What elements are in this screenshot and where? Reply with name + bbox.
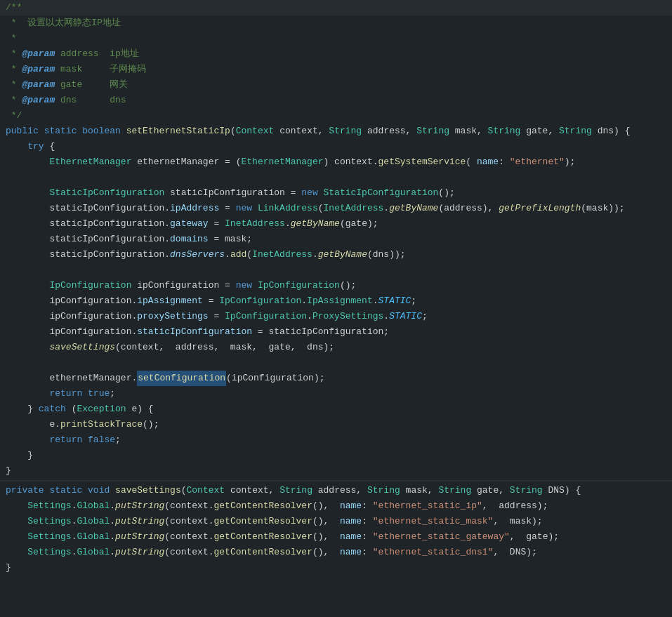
code-line: * @param address ip地址 xyxy=(0,46,672,62)
section-divider xyxy=(0,480,672,482)
code-line: Settings.Global.putString(context.getCon… xyxy=(0,498,672,514)
code-line: /** xyxy=(0,0,672,15)
code-line: e.printStackTrace(); xyxy=(0,417,672,432)
code-line: * @param gate 网关 xyxy=(0,77,672,93)
code-line: */ xyxy=(0,108,672,124)
code-line: private static void saveSettings(Context… xyxy=(0,483,672,498)
code-line: IpConfiguration ipConfiguration = new Ip… xyxy=(0,278,672,293)
code-line xyxy=(0,170,672,185)
code-editor: /** * 设置以太网静态IP地址 * * @param address ip地… xyxy=(0,0,672,576)
code-line: return true; xyxy=(0,386,672,402)
code-line: } xyxy=(0,448,672,463)
code-line: staticIpConfiguration.gateway = InetAddr… xyxy=(0,216,672,232)
code-line: saveSettings(context, address, mask, gat… xyxy=(0,340,672,355)
code-line: ipConfiguration.proxySettings = IpConfig… xyxy=(0,309,672,324)
highlight-setConfiguration: setConfiguration xyxy=(137,371,226,386)
code-line: return false; xyxy=(0,432,672,448)
code-line: EthernetManager ethernetManager = (Ether… xyxy=(0,154,672,170)
code-line: } catch (Exception e) { xyxy=(0,402,672,417)
code-line xyxy=(0,263,672,278)
code-line: ethernetManager.setConfiguration(ipConfi… xyxy=(0,371,672,386)
code-line: * xyxy=(0,31,672,46)
code-line: } xyxy=(0,463,672,479)
code-line: staticIpConfiguration.ipAddress = new Li… xyxy=(0,201,672,216)
code-line: Settings.Global.putString(context.getCon… xyxy=(0,514,672,529)
code-line: Settings.Global.putString(context.getCon… xyxy=(0,545,672,560)
code-line: public static boolean setEthernetStaticI… xyxy=(0,124,672,139)
code-line: ipConfiguration.staticIpConfiguration = … xyxy=(0,324,672,340)
code-line: * @param dns dns xyxy=(0,93,672,108)
code-line: * 设置以太网静态IP地址 xyxy=(0,15,672,31)
code-line: try { xyxy=(0,139,672,154)
code-line: * @param mask 子网掩码 xyxy=(0,62,672,77)
code-line: ipConfiguration.ipAssignment = IpConfigu… xyxy=(0,293,672,309)
code-line: Settings.Global.putString(context.getCon… xyxy=(0,529,672,545)
code-line: StaticIpConfiguration staticIpConfigurat… xyxy=(0,185,672,201)
code-line xyxy=(0,355,672,371)
code-line: staticIpConfiguration.dnsServers.add(Ine… xyxy=(0,247,672,263)
code-line: } xyxy=(0,560,672,576)
code-line: staticIpConfiguration.domains = mask; xyxy=(0,232,672,247)
